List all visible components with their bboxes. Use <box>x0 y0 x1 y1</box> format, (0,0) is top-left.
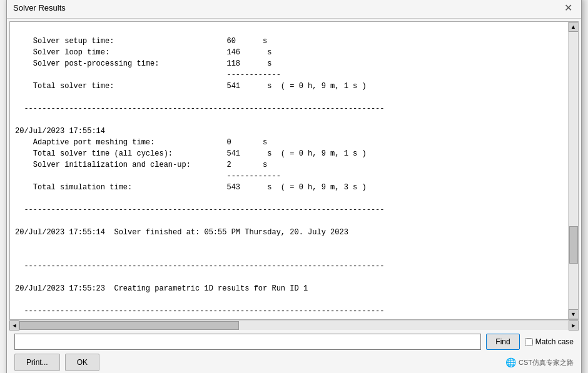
title-bar: Solver Results ✕ <box>7 0 581 19</box>
scroll-right-button[interactable]: ► <box>569 321 579 331</box>
match-case-checkbox[interactable] <box>525 338 533 346</box>
ok-button[interactable]: OK <box>65 354 99 371</box>
dialog-title: Solver Results <box>13 3 66 12</box>
scroll-thumb-h[interactable] <box>19 321 239 330</box>
scroll-track-v[interactable] <box>569 32 578 309</box>
scroll-up-button[interactable]: ▲ <box>569 22 579 32</box>
vertical-scrollbar: ▲ ▼ <box>568 22 578 319</box>
log-container: Solver setup time: 60 s Solver loop time… <box>9 21 579 320</box>
close-button[interactable]: ✕ <box>561 1 575 14</box>
search-row: Find Match case <box>14 334 574 350</box>
horizontal-scrollbar: ◄ ► <box>9 320 579 330</box>
log-text: Solver setup time: 60 s Solver loop time… <box>15 24 563 317</box>
scroll-thumb-v[interactable] <box>569 226 578 264</box>
match-case-label[interactable]: Match case <box>525 337 574 346</box>
find-button[interactable]: Find <box>486 334 519 350</box>
log-scroll[interactable]: Solver setup time: 60 s Solver loop time… <box>10 22 568 319</box>
print-button[interactable]: Print... <box>14 354 60 371</box>
watermark: 🌐 CST仿真专家之路 <box>505 357 574 367</box>
bottom-area: Find Match case Print... OK 🌐 CST仿真专家之路 <box>9 330 579 373</box>
solver-results-dialog: Solver Results ✕ Solver setup time: 60 s… <box>6 0 582 373</box>
scroll-track-h[interactable] <box>19 321 569 330</box>
content-area: Solver setup time: 60 s Solver loop time… <box>7 19 581 373</box>
match-case-text: Match case <box>535 337 574 346</box>
watermark-logo: 🌐 <box>505 357 516 367</box>
search-input[interactable] <box>14 334 481 350</box>
scroll-left-button[interactable]: ◄ <box>9 321 19 331</box>
watermark-text: CST仿真专家之路 <box>519 358 574 367</box>
action-row: Print... OK 🌐 CST仿真专家之路 <box>14 354 574 371</box>
scroll-down-button[interactable]: ▼ <box>569 309 579 319</box>
